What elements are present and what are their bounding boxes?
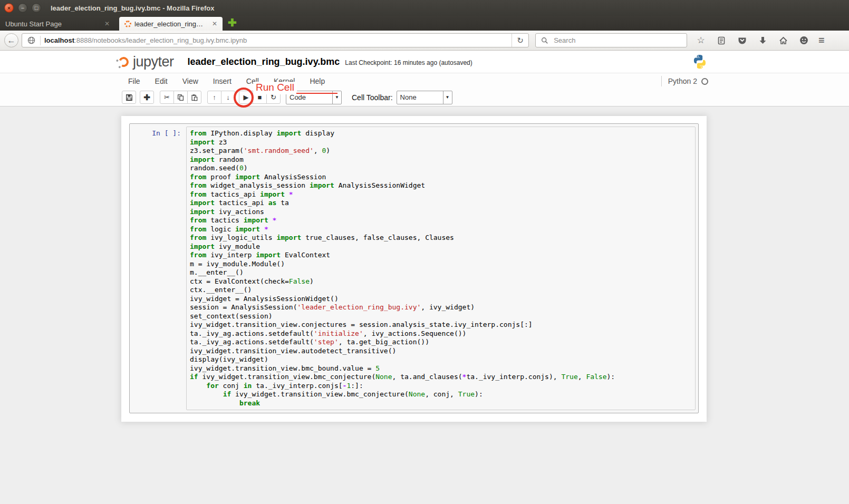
tab-label: Ubuntu Start Page: [5, 20, 62, 28]
notebook-toolbar: ✚ ✂ ↑ ↓ ▶ ■ ↻ Code ▼ Cell Toolbar: None …: [0, 89, 849, 106]
browser-tabbar: Ubuntu Start Page ✕ leader_election_ring…: [0, 16, 849, 31]
download-icon[interactable]: [757, 35, 768, 46]
code-line: ivy_widget.transition_view.bmc_bound.val…: [190, 364, 692, 373]
url-host: localhost: [44, 36, 74, 44]
jupyter-logo[interactable]: jupyter: [119, 54, 174, 70]
move-cell-up-button[interactable]: ↑: [207, 91, 221, 104]
tab-label: leader_election_ring…: [134, 20, 203, 28]
url-text[interactable]: localhost:8888/notebooks/leader_election…: [44, 36, 512, 44]
code-line: display(ivy_widget): [190, 355, 692, 364]
bookmark-star-icon[interactable]: ☆: [696, 35, 706, 46]
save-button[interactable]: [122, 91, 136, 104]
code-line: for conj in ta._ivy_interp.conjs[-1:]:: [190, 382, 692, 391]
code-line: ta._ivy_ag.actions.setdefault('step', ta…: [190, 338, 692, 347]
run-cell-annotation-circle: [234, 88, 254, 108]
url-bar[interactable]: localhost:8888/notebooks/leader_election…: [22, 33, 529, 47]
code-line: m = ivy_module.Module(): [190, 260, 692, 269]
menu-insert[interactable]: Insert: [206, 77, 239, 85]
tab-notebook[interactable]: leader_election_ring… ✕: [119, 17, 223, 31]
code-line: break: [190, 399, 692, 408]
kernel-indicator: Python 2: [661, 73, 708, 89]
run-cell-annotation-label: Run Cell: [253, 82, 297, 94]
code-line: ivy_widget = AnalysisSessionWidget(): [190, 295, 692, 304]
code-line: if ivy_widget.transition_view.bmc_conjec…: [190, 390, 692, 399]
code-cell[interactable]: In [ ]: from IPython.display import disp…: [129, 123, 699, 413]
code-line: if ivy_widget.transition_view.bmc_conjec…: [190, 373, 692, 382]
code-line: import ivy_actions: [190, 208, 692, 217]
url-divider: [40, 36, 41, 45]
window-close-button[interactable]: ×: [4, 3, 14, 13]
menu-help[interactable]: Help: [302, 77, 332, 85]
code-line: from proof import AnalysisSession: [190, 173, 692, 182]
code-lines: from IPython.display import displayimpor…: [190, 129, 692, 408]
code-line: set_context(session): [190, 312, 692, 321]
home-icon[interactable]: [778, 35, 788, 46]
window-minimize-button[interactable]: −: [18, 3, 27, 13]
code-line: ta._ivy_ag.actions.setdefault('initializ…: [190, 329, 692, 338]
notebook-container: In [ ]: from IPython.display import disp…: [121, 116, 707, 422]
menu-view[interactable]: View: [175, 77, 206, 85]
run-cell-annotation-line: [296, 93, 337, 94]
code-line: from tactics_api import *: [190, 190, 692, 199]
code-line: from IPython.display import display: [190, 129, 692, 138]
tab-close-icon[interactable]: ✕: [104, 20, 110, 27]
code-line: import ivy_module: [190, 243, 692, 251]
new-tab-button[interactable]: ✚: [228, 16, 237, 29]
kernel-name: Python 2: [668, 77, 697, 85]
add-cell-button[interactable]: ✚: [140, 91, 154, 104]
code-line: from tactics import *: [190, 216, 692, 225]
window-maximize-button[interactable]: □: [32, 3, 41, 13]
search-box[interactable]: [535, 33, 687, 47]
code-line: import tactics_api as ta: [190, 199, 692, 208]
code-line: m.__enter__(): [190, 268, 692, 277]
notebook-body: In [ ]: from IPython.display import disp…: [0, 106, 849, 504]
cell-type-value: Code: [286, 93, 332, 101]
reading-list-icon[interactable]: [716, 35, 727, 46]
code-line: ivy_widget.transition_view.autodetect_tr…: [190, 347, 692, 356]
back-button[interactable]: ←: [4, 33, 18, 47]
search-input[interactable]: [553, 36, 682, 45]
code-line: from ivy_logic_utils import true_clauses…: [190, 234, 692, 243]
pocket-icon[interactable]: [737, 35, 747, 46]
paste-icon: [191, 94, 198, 101]
code-line: import z3: [190, 138, 692, 147]
jupyter-header: jupyter leader_election_ring_bug.ivy.bmc…: [0, 51, 849, 73]
code-line: from logic import *: [190, 225, 692, 234]
cell-input-area[interactable]: from IPython.display import displayimpor…: [186, 127, 696, 410]
browser-navbar: ← localhost:8888/notebooks/leader_electi…: [0, 31, 849, 51]
code-line: z3.set_param('smt.random_seed', 0): [190, 147, 692, 156]
tab-loading-spinner-icon: [124, 21, 131, 27]
kernel-idle-icon: [701, 78, 708, 85]
tab-ubuntu-start-page[interactable]: Ubuntu Start Page ✕: [0, 17, 115, 31]
kernel-separator: [661, 76, 662, 86]
code-line: from ivy_interp import EvalContext: [190, 251, 692, 260]
save-icon: [126, 94, 133, 101]
menu-file[interactable]: File: [121, 77, 148, 85]
hello-smiley-icon[interactable]: [798, 35, 809, 46]
window-titlebar: × − □ leader_election_ring_bug.ivy.bmc -…: [0, 0, 849, 16]
jupyter-logo-icon: [117, 55, 130, 68]
menu-edit[interactable]: Edit: [148, 77, 175, 85]
code-line: ctx = EvalContext(check=False): [190, 277, 692, 286]
code-line: from widget_analysis_session import Anal…: [190, 181, 692, 190]
jupyter-logo-text: jupyter: [133, 54, 174, 70]
cut-cell-button[interactable]: ✂: [160, 91, 174, 104]
search-icon: [540, 35, 549, 46]
cell-prompt: In [ ]:: [132, 127, 186, 410]
code-line: ctx.__enter__(): [190, 286, 692, 295]
cell-toolbar-select[interactable]: None ▼: [397, 91, 452, 104]
tab-close-icon[interactable]: ✕: [212, 20, 217, 27]
copy-cell-button[interactable]: [173, 91, 188, 104]
copy-icon: [177, 94, 184, 101]
window-title: leader_election_ring_bug.ivy.bmc - Mozil…: [51, 4, 214, 12]
url-path: :8888/notebooks/leader_election_ring_bug…: [74, 36, 247, 44]
move-cell-down-button[interactable]: ↓: [221, 91, 235, 104]
python-logo-icon: [692, 54, 708, 70]
window-controls: × − □: [4, 3, 41, 13]
menu-hamburger-icon[interactable]: ≡: [818, 34, 825, 46]
paste-cell-button[interactable]: [187, 91, 201, 104]
reload-button[interactable]: ↻: [512, 34, 528, 47]
notebook-title[interactable]: leader_election_ring_bug.ivy.bmc: [188, 56, 340, 67]
chevron-down-icon: ▼: [443, 91, 452, 104]
code-line: random.seed(0): [190, 164, 692, 173]
